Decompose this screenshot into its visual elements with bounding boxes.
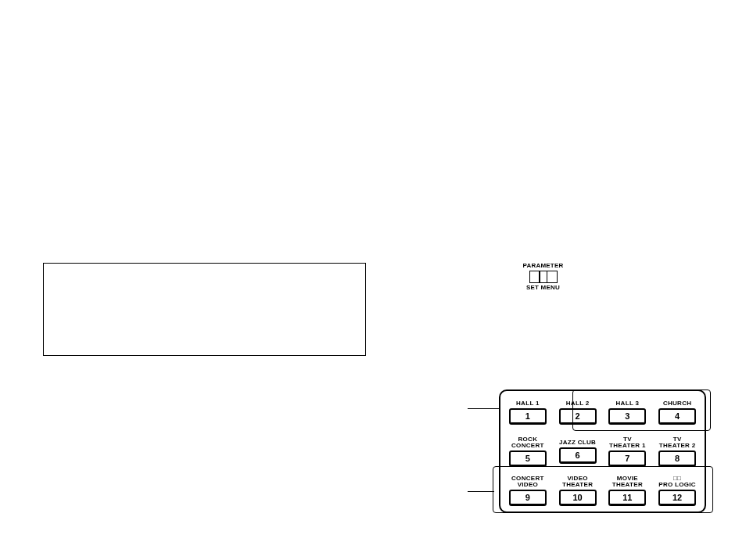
highlight-box-top (572, 389, 711, 431)
program-cell-hall-1: HALL 1 1 (505, 394, 551, 430)
program-label: ROCK CONCERT (511, 436, 544, 449)
program-button-6[interactable]: 6 (559, 447, 597, 464)
program-label: HALL 1 (516, 400, 540, 407)
program-cell-jazz-club: JAZZ CLUB 6 (555, 433, 601, 469)
parameter-label: PARAMETER (510, 262, 576, 270)
program-cell-tv-theater-2: TV THEATER 2 8 (655, 433, 700, 469)
program-label: TV THEATER 1 (609, 436, 646, 449)
program-label: TV THEATER 2 (659, 436, 696, 449)
set-menu-label: SET MENU (510, 284, 576, 292)
leader-line-bottom (468, 491, 494, 492)
leader-line-top (468, 408, 499, 409)
parameter-set-menu-switch: PARAMETER SET MENU (510, 262, 576, 292)
rocker-switch-icon[interactable] (529, 271, 558, 283)
note-box (43, 263, 366, 356)
program-button-7[interactable]: 7 (608, 451, 646, 467)
program-button-5[interactable]: 5 (509, 451, 547, 467)
program-button-1[interactable]: 1 (509, 408, 547, 425)
program-button-8[interactable]: 8 (658, 451, 696, 467)
program-cell-tv-theater-1: TV THEATER 1 7 (605, 433, 651, 469)
program-cell-rock-concert: ROCK CONCERT 5 (505, 433, 551, 469)
highlight-box-bottom (493, 466, 713, 513)
program-label: JAZZ CLUB (559, 440, 596, 446)
